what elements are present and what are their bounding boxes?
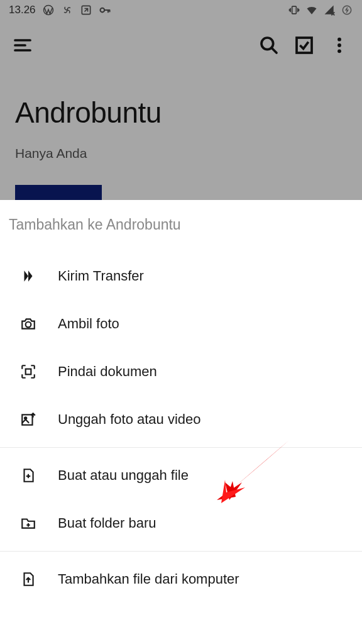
sheet-title: Tambahkan ke Androbuntu	[0, 200, 362, 252]
svg-point-9	[337, 49, 341, 53]
page-subtitle: Hanya Anda	[15, 146, 347, 161]
checkbox-icon[interactable]	[294, 35, 314, 55]
scan-icon	[20, 364, 36, 380]
status-bar: 13.26	[0, 0, 362, 20]
camera-icon	[20, 316, 36, 332]
wifi-icon	[305, 4, 318, 16]
hamburger-menu-icon[interactable]	[13, 35, 33, 55]
sheet-item-label: Kirim Transfer	[58, 268, 144, 284]
svg-rect-11	[26, 369, 31, 375]
app-bar	[0, 20, 362, 70]
sheet-item-transfer[interactable]: Kirim Transfer	[0, 252, 362, 300]
battery-icon	[341, 4, 353, 16]
sheet-item-label: Buat folder baru	[58, 515, 156, 531]
more-icon[interactable]	[329, 35, 349, 55]
svg-point-7	[337, 38, 341, 42]
status-time: 13.26	[9, 4, 36, 16]
sheet-item-add-from-computer[interactable]: Tambahkan file dari komputer	[0, 555, 362, 603]
folder-plus-icon	[20, 515, 36, 531]
sheet-item-upload-media[interactable]: Unggah foto atau video	[0, 396, 362, 443]
file-upload-icon	[20, 571, 36, 587]
search-icon[interactable]	[259, 35, 279, 55]
bottom-sheet: Tambahkan ke Androbuntu Kirim Transfer A…	[0, 200, 362, 644]
sheet-item-label: Buat atau unggah file	[58, 467, 189, 484]
sheet-item-label: Pindai dokumen	[58, 364, 157, 380]
svg-rect-3	[292, 6, 297, 14]
key-icon	[99, 4, 111, 16]
divider	[0, 447, 362, 448]
svg-point-8	[337, 43, 341, 47]
pinwheel-icon	[61, 4, 74, 16]
svg-point-10	[26, 322, 31, 328]
sheet-item-create-folder[interactable]: Buat folder baru	[0, 499, 362, 547]
sheet-item-photo[interactable]: Ambil foto	[0, 300, 362, 348]
sheet-item-label: Tambahkan file dari komputer	[58, 571, 239, 587]
svg-rect-12	[22, 414, 32, 425]
file-plus-icon	[20, 467, 36, 484]
wordpress-icon	[42, 4, 55, 16]
sheet-item-scan[interactable]: Pindai dokumen	[0, 348, 362, 396]
signal-icon	[323, 4, 336, 16]
sheet-item-create-file[interactable]: Buat atau unggah file	[0, 452, 362, 499]
vibrate-icon	[288, 4, 300, 16]
square-arrow-icon	[80, 4, 92, 16]
page-title: Androbuntu	[15, 96, 347, 130]
sheet-item-label: Ambil foto	[58, 316, 119, 332]
image-upload-icon	[20, 411, 36, 428]
transfer-icon	[20, 268, 36, 284]
svg-rect-6	[297, 38, 312, 53]
sheet-item-label: Unggah foto atau video	[58, 411, 201, 428]
divider	[0, 551, 362, 552]
